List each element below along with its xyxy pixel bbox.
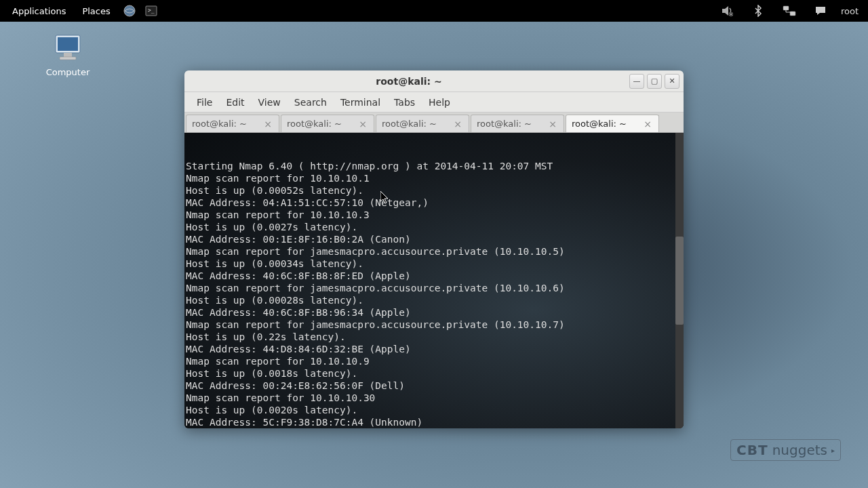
terminal-tab[interactable]: root@kali: ~× (186, 115, 279, 132)
watermark: CBT nuggets ▸ (730, 439, 841, 461)
terminal-tab[interactable]: root@kali: ~× (471, 115, 564, 132)
terminal-line: MAC Address: 44:D8:84:6D:32:BE (Apple) (186, 343, 682, 355)
applications-menu[interactable]: Applications (4, 2, 74, 20)
bluetooth-icon[interactable] (750, 3, 766, 19)
browser-launcher-icon[interactable] (121, 3, 138, 19)
watermark-play-icon: ▸ (831, 447, 835, 454)
desktop-computer-icon[interactable]: Computer (41, 34, 95, 77)
terminal-line: MAC Address: 04:A1:51:CC:57:10 (Netgear,… (186, 197, 682, 209)
menu-help[interactable]: Help (422, 94, 457, 110)
tab-close-icon[interactable]: × (547, 119, 558, 129)
terminal-line: Host is up (0.0027s latency). (186, 221, 682, 233)
terminal-tab[interactable]: root@kali: ~× (376, 115, 469, 132)
terminal-line: Nmap scan report for 10.10.10.1 (186, 172, 682, 184)
menu-terminal[interactable]: Terminal (334, 94, 387, 110)
menu-file[interactable]: File (190, 94, 219, 110)
svg-rect-9 (60, 57, 76, 60)
window-titlebar[interactable]: root@kali: ~ — ▢ ✕ (184, 70, 684, 92)
terminal-output[interactable]: Starting Nmap 6.40 ( http://nmap.org ) a… (184, 133, 684, 428)
top-panel: Applications Places >_ root (0, 0, 868, 22)
watermark-product: nuggets (772, 442, 827, 458)
terminal-tab[interactable]: root@kali: ~× (281, 115, 374, 132)
tab-close-icon[interactable]: × (262, 119, 273, 129)
tab-close-icon[interactable]: × (357, 119, 368, 129)
svg-text:>_: >_ (148, 7, 155, 14)
terminal-tab-active[interactable]: root@kali: ~× (566, 115, 659, 132)
terminal-line: MAC Address: 40:6C:8F:B8:8F:ED (Apple) (186, 270, 682, 282)
terminal-line: Nmap scan report for 10.10.10.30 (186, 392, 682, 404)
terminal-line: Host is up (0.22s latency). (186, 331, 682, 343)
svg-rect-7 (58, 37, 78, 51)
tab-close-icon[interactable]: × (642, 119, 653, 129)
svg-point-0 (124, 5, 135, 16)
terminal-line: Host is up (0.0020s latency). (186, 404, 682, 416)
terminal-scrollbar[interactable] (675, 133, 684, 428)
user-label[interactable]: root (841, 6, 859, 16)
network-icon[interactable] (781, 3, 797, 19)
terminal-launcher-icon[interactable]: >_ (143, 3, 159, 19)
menu-view[interactable]: View (252, 94, 288, 110)
terminal-line: MAC Address: 00:24:E8:62:56:0F (Dell) (186, 380, 682, 392)
terminal-line: Nmap scan report for jamesmacpro.accusou… (186, 319, 682, 331)
terminal-line: Host is up (0.00052s latency). (186, 184, 682, 197)
tab-close-icon[interactable]: × (452, 119, 463, 129)
minimize-button[interactable]: — (629, 74, 644, 89)
svg-rect-4 (783, 6, 789, 10)
terminal-line: Host is up (0.00034s latency). (186, 258, 682, 270)
terminal-line: MAC Address: 40:6C:8F:B8:96:34 (Apple) (186, 306, 682, 319)
close-button[interactable]: ✕ (665, 74, 679, 89)
window-title: root@kali: ~ (189, 76, 629, 87)
terminal-window: root@kali: ~ — ▢ ✕ File Edit View Search… (184, 70, 684, 428)
terminal-line: Nmap scan report for jamesmacpro.accusou… (186, 282, 682, 294)
tabbar: root@kali: ~× root@kali: ~× root@kali: ~… (184, 113, 684, 133)
terminal-line: Host is up (0.0018s latency). (186, 367, 682, 380)
svg-rect-8 (64, 53, 72, 57)
menu-edit[interactable]: Edit (219, 94, 251, 110)
terminal-line: MAC Address: 00:1E:8F:16:B0:2A (Canon) (186, 233, 682, 245)
terminal-line: Host is up (0.00028s latency). (186, 294, 682, 306)
menu-tabs[interactable]: Tabs (387, 94, 422, 110)
terminal-line: Nmap scan report for 10.10.10.3 (186, 209, 682, 221)
terminal-line: Nmap scan report for jamesmacpro.accusou… (186, 245, 682, 258)
watermark-brand: CBT (736, 442, 768, 458)
maximize-button[interactable]: ▢ (647, 74, 662, 89)
terminal-line: Nmap scan report for 10.10.10.9 (186, 355, 682, 367)
scrollbar-thumb[interactable] (675, 237, 684, 325)
places-menu[interactable]: Places (74, 2, 118, 20)
menu-search[interactable]: Search (288, 94, 334, 110)
terminal-line: MAC Address: 5C:F9:38:D8:7C:A4 (Unknown) (186, 416, 682, 428)
terminal-line: Starting Nmap 6.40 ( http://nmap.org ) a… (186, 160, 682, 172)
menubar: File Edit View Search Terminal Tabs Help (184, 92, 684, 113)
chat-icon[interactable] (812, 3, 829, 19)
desktop-computer-label: Computer (41, 67, 95, 77)
volume-icon[interactable] (719, 3, 735, 19)
